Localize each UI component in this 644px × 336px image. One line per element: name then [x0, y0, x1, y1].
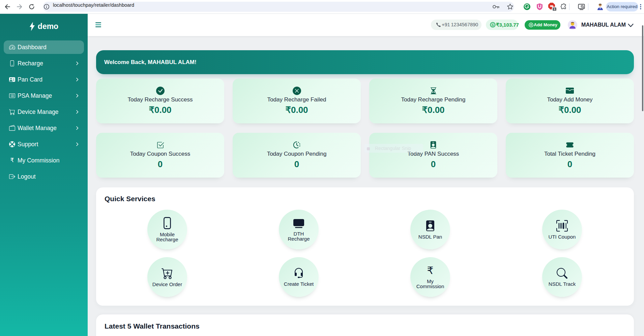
svg-text:$: $ [492, 23, 494, 27]
